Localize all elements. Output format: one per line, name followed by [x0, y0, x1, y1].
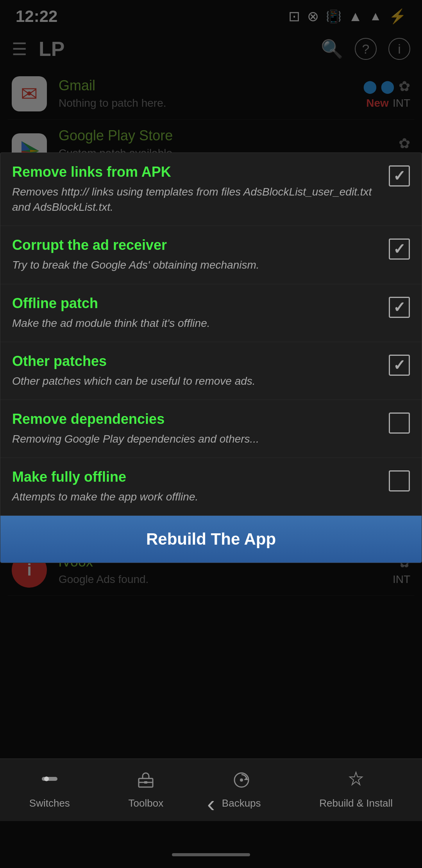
rebuild-install-icon — [347, 771, 365, 793]
patch-item-remove-deps-text: Remove dependencies Removing Google Play… — [12, 411, 381, 447]
patch-item-remove-links[interactable]: Remove links from APK Removes http:// li… — [0, 153, 422, 226]
svg-point-15 — [240, 778, 243, 782]
nav-label-rebuild: Rebuild & Install — [319, 797, 393, 809]
patch-item-offline[interactable]: Offline patch Make the ad module think t… — [0, 284, 422, 342]
gesture-bar — [172, 853, 250, 856]
patch-item-offline-text: Offline patch Make the ad module think t… — [12, 295, 381, 331]
patch-item-other[interactable]: Other patches Other patches which can be… — [0, 342, 422, 400]
patch-item-corrupt-ad-text: Corrupt the ad receiver Try to break the… — [12, 237, 381, 273]
nav-label-switches: Switches — [29, 797, 70, 809]
patch-item-fully-offline-desc: Attempts to make the app work offline. — [12, 489, 381, 504]
nav-label-backups: Backups — [222, 797, 261, 809]
patch-item-remove-links-text: Remove links from APK Removes http:// li… — [12, 164, 381, 215]
nav-item-switches[interactable]: Switches — [29, 771, 70, 809]
patch-dialog: Remove links from APK Removes http:// li… — [0, 152, 422, 563]
patch-item-remove-deps-checkbox[interactable] — [389, 412, 410, 434]
patch-item-offline-desc: Make the ad module think that it's offli… — [12, 316, 381, 331]
patch-item-fully-offline[interactable]: Make fully offline Attempts to make the … — [0, 458, 422, 516]
patch-item-remove-links-title: Remove links from APK — [12, 164, 381, 180]
patch-item-remove-deps-desc: Removing Google Play dependencies and ot… — [12, 431, 381, 447]
nav-item-rebuild[interactable]: Rebuild & Install — [319, 771, 393, 809]
patch-item-fully-offline-text: Make fully offline Attempts to make the … — [12, 469, 381, 504]
patch-item-corrupt-ad-checkbox[interactable] — [389, 239, 410, 260]
backups-icon — [232, 771, 251, 793]
toolbox-icon — [136, 771, 155, 793]
patch-item-offline-title: Offline patch — [12, 295, 381, 312]
patch-item-other-text: Other patches Other patches which can be… — [12, 353, 381, 389]
patch-item-corrupt-ad[interactable]: Corrupt the ad receiver Try to break the… — [0, 226, 422, 284]
nav-item-backups[interactable]: Backups — [222, 771, 261, 809]
patch-item-offline-checkbox[interactable] — [389, 297, 410, 318]
switches-icon — [40, 771, 59, 793]
patch-item-other-title: Other patches — [12, 353, 381, 369]
patch-item-other-checkbox[interactable] — [389, 355, 410, 376]
patch-item-corrupt-ad-desc: Try to break the Google Ads' obtaining m… — [12, 257, 381, 273]
patch-item-corrupt-ad-title: Corrupt the ad receiver — [12, 237, 381, 253]
patch-item-other-desc: Other patches which can be useful to rem… — [12, 373, 381, 389]
back-icon[interactable]: ‹ — [207, 791, 215, 817]
patch-item-remove-deps[interactable]: Remove dependencies Removing Google Play… — [0, 400, 422, 458]
nav-item-toolbox[interactable]: Toolbox — [129, 771, 164, 809]
nav-label-toolbox: Toolbox — [129, 797, 164, 809]
patch-item-remove-links-desc: Removes http:// links using templates fr… — [12, 184, 381, 215]
patch-item-remove-links-checkbox[interactable] — [389, 165, 410, 187]
patch-item-remove-deps-title: Remove dependencies — [12, 411, 381, 427]
patch-item-fully-offline-title: Make fully offline — [12, 469, 381, 485]
svg-point-9 — [44, 777, 49, 781]
rebuild-button[interactable]: Rebuild The App — [0, 516, 422, 563]
svg-rect-12 — [144, 781, 147, 784]
back-button-area[interactable]: ‹ — [207, 790, 215, 817]
patch-item-fully-offline-checkbox[interactable] — [389, 470, 410, 491]
